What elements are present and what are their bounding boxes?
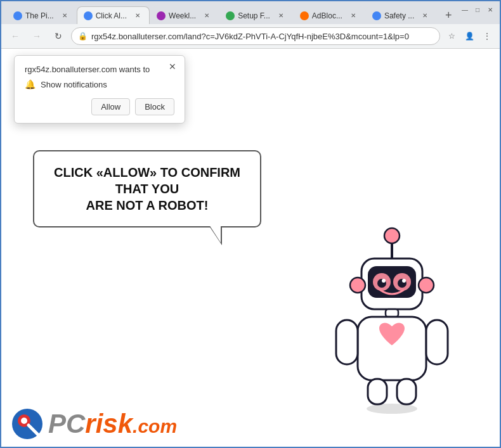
tab-4[interactable]: Setup F... ✕ bbox=[219, 6, 293, 24]
tab-4-close[interactable]: ✕ bbox=[276, 11, 286, 21]
forward-button[interactable]: → bbox=[28, 27, 46, 45]
svg-rect-17 bbox=[368, 379, 387, 404]
tab-5-favicon bbox=[300, 11, 309, 20]
window-controls: — □ ✕ bbox=[460, 5, 495, 14]
profile-button[interactable]: 👤 bbox=[462, 29, 477, 44]
tab-4-label: Setup F... bbox=[238, 11, 270, 20]
block-button[interactable]: Block bbox=[135, 98, 174, 115]
allow-button[interactable]: Allow bbox=[91, 98, 130, 115]
reload-button[interactable]: ↻ bbox=[49, 27, 67, 45]
tab-5-label: AdBloc... bbox=[312, 11, 342, 20]
bubble-text: CLICK «ALLOW» TO CONFIRM THAT YOU ARE NO… bbox=[49, 164, 245, 214]
tab-6[interactable]: Safety ... ✕ bbox=[365, 6, 437, 24]
bell-icon: 🔔 bbox=[25, 79, 36, 89]
tab-1[interactable]: The Pi... ✕ bbox=[6, 6, 77, 24]
robot-svg bbox=[322, 222, 462, 418]
lock-icon: 🔒 bbox=[78, 32, 88, 41]
svg-rect-13 bbox=[336, 320, 358, 364]
address-bar-row: ← → ↻ 🔒 rgx54z.bonalluterser.com/land?c=… bbox=[1, 24, 500, 48]
svg-rect-18 bbox=[397, 379, 416, 404]
svg-point-10 bbox=[402, 279, 406, 283]
notification-popup: ✕ rgx54z.bonalluterser.com wants to 🔔 Sh… bbox=[14, 55, 185, 124]
popup-notification-row: 🔔 Show notifications bbox=[25, 79, 174, 89]
menu-button[interactable]: ⋮ bbox=[479, 29, 495, 44]
tab-bar: The Pi... ✕ Click Al... ✕ Weekl... ✕ Set… bbox=[1, 1, 500, 24]
tab-3-label: Weekl... bbox=[169, 11, 196, 20]
pcrisk-dotcom-text: .com bbox=[133, 416, 177, 437]
svg-point-2 bbox=[384, 228, 400, 243]
address-bar[interactable]: 🔒 rgx54z.bonalluterser.com/land?c=JV6kdZ… bbox=[71, 27, 440, 45]
svg-point-15 bbox=[350, 278, 365, 293]
tab-3-close[interactable]: ✕ bbox=[202, 11, 212, 21]
svg-point-0 bbox=[367, 404, 417, 414]
tab-3[interactable]: Weekl... ✕ bbox=[150, 6, 219, 24]
tab-5-close[interactable]: ✕ bbox=[348, 11, 358, 21]
speech-bubble-container: CLICK «ALLOW» TO CONFIRM THAT YOU ARE NO… bbox=[33, 150, 261, 227]
tab-1-label: The Pi... bbox=[25, 11, 54, 20]
browser-chrome: The Pi... ✕ Click Al... ✕ Weekl... ✕ Set… bbox=[1, 1, 500, 49]
address-bar-actions: ☆ 👤 ⋮ bbox=[444, 29, 495, 44]
maximize-button[interactable]: □ bbox=[473, 5, 482, 14]
svg-point-21 bbox=[21, 418, 27, 424]
speech-bubble: CLICK «ALLOW» TO CONFIRM THAT YOU ARE NO… bbox=[33, 150, 261, 227]
tab-5[interactable]: AdBloc... ✕ bbox=[293, 6, 365, 24]
svg-point-16 bbox=[419, 278, 434, 293]
robot-illustration bbox=[322, 222, 462, 418]
tab-4-favicon bbox=[226, 11, 235, 20]
page-content: ✕ rgx54z.bonalluterser.com wants to 🔔 Sh… bbox=[1, 49, 500, 448]
bubble-line1: CLICK «ALLOW» TO CONFIRM THAT YOU bbox=[54, 165, 240, 196]
tab-2-favicon bbox=[84, 11, 93, 20]
tab-2-label: Click Al... bbox=[96, 11, 127, 20]
new-tab-button[interactable]: + bbox=[439, 6, 457, 24]
pcrisk-icon bbox=[11, 408, 43, 440]
svg-rect-14 bbox=[426, 320, 448, 364]
tab-3-favicon bbox=[157, 11, 166, 20]
bubble-line2: ARE NOT A ROBOT! bbox=[86, 198, 209, 212]
close-window-button[interactable]: ✕ bbox=[486, 5, 495, 14]
tab-2-close[interactable]: ✕ bbox=[133, 11, 143, 21]
tab-2[interactable]: Click Al... ✕ bbox=[77, 6, 150, 24]
tab-6-close[interactable]: ✕ bbox=[420, 11, 430, 21]
popup-close-button[interactable]: ✕ bbox=[167, 61, 178, 72]
tab-6-favicon bbox=[372, 11, 381, 20]
svg-rect-11 bbox=[386, 309, 398, 317]
popup-buttons: Allow Block bbox=[25, 98, 174, 115]
tab-6-label: Safety ... bbox=[384, 11, 414, 20]
popup-site-text: rgx54z.bonalluterser.com wants to bbox=[25, 65, 174, 74]
popup-notification-text: Show notifications bbox=[41, 80, 107, 89]
pcrisk-logo: PC risk .com bbox=[11, 408, 177, 440]
tab-1-favicon bbox=[13, 11, 22, 20]
tab-1-close[interactable]: ✕ bbox=[60, 11, 70, 21]
url-text: rgx54z.bonalluterser.com/land?c=JV6kdZ-P… bbox=[91, 32, 433, 41]
pcrisk-pc-text: PC bbox=[48, 409, 85, 439]
minimize-button[interactable]: — bbox=[460, 5, 469, 14]
back-button[interactable]: ← bbox=[6, 27, 24, 45]
pcrisk-text: PC risk .com bbox=[48, 409, 177, 439]
bookmark-button[interactable]: ☆ bbox=[444, 29, 459, 44]
svg-point-9 bbox=[382, 279, 386, 283]
pcrisk-risk-text: risk bbox=[85, 409, 133, 439]
